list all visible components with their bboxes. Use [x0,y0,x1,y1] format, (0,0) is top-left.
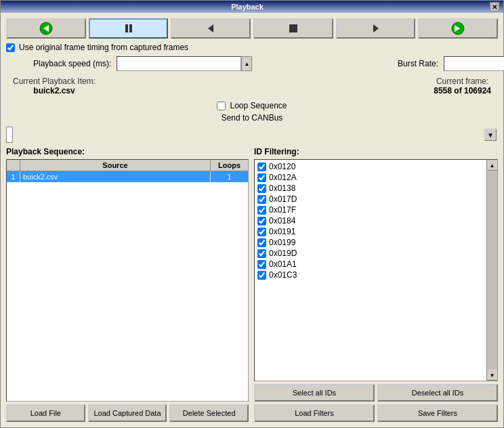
scroll-track [488,171,497,369]
seq-loops-header: Loops [211,160,248,171]
delete-selected-button[interactable]: Delete Selected [169,404,249,422]
scroll-down-btn[interactable]: ▼ [487,370,498,381]
stop-button[interactable] [253,18,333,39]
loop-checkbox-row: Loop Sequence [217,101,287,110]
load-filters-button[interactable]: Load Filters [254,404,375,422]
filter-id-checkbox[interactable] [257,163,266,171]
filter-id-checkbox[interactable] [257,206,266,215]
dropdown-arrow-icon[interactable]: ▼ [484,129,497,141]
speed-burst-row: Playback speed (ms): 5 ▲ Burst Rate: 1 ▲ [6,56,498,71]
current-item-group: Current Playback Item: buick2.csv [13,77,96,95]
filter-id-label: 0x012A [269,173,297,182]
filter-id-checkbox[interactable] [257,184,266,193]
list-item: 0x017D [256,194,485,205]
burst-spinbox-container: 1 ▲ [444,56,498,71]
speed-input[interactable]: 5 [117,56,241,71]
loop-label: Loop Sequence [230,101,287,110]
filter-id-checkbox[interactable] [257,271,266,280]
list-item: 0x017F [256,205,485,215]
seq-row-num: 1 [7,171,20,182]
list-item: 0x01A1 [256,259,485,270]
filter-id-label: 0x0191 [269,227,295,236]
filter-id-checkbox[interactable] [257,195,266,204]
speed-up-btn[interactable]: ▲ [241,56,252,71]
burst-input[interactable]: 1 [444,56,504,71]
filter-id-checkbox[interactable] [257,249,266,258]
sequence-label: Playback Sequence: [6,147,249,156]
list-item: 0x0120 [256,161,485,172]
svg-rect-3 [129,24,132,33]
filter-buttons: Select all IDs Deselect all IDs Load Fil… [254,384,498,422]
sequence-panel: Playback Sequence: Source Loops 1 buick2… [6,147,249,422]
list-item: 0x019D [256,248,485,259]
canbus-dropdown-wrapper: ▼ [6,127,498,143]
select-all-ids-button[interactable]: Select all IDs [254,384,375,402]
transport-row [6,18,498,39]
burst-group: Burst Rate: 1 ▲ [276,56,498,71]
speed-label: Playback speed (ms): [33,59,111,68]
filter-id-label: 0x019D [269,249,297,258]
filter-id-checkbox[interactable] [257,228,266,236]
list-item: 0x0191 [256,226,485,237]
seq-source-header: Source [20,160,211,171]
svg-marker-6 [373,24,379,33]
load-file-button[interactable]: Load File [6,404,85,422]
canbus-dropdown[interactable] [6,127,13,143]
seq-num-header [7,160,20,171]
playback-info-row: Current Playback Item: buick2.csv Curren… [6,75,498,97]
fast-forward-button[interactable] [418,18,498,39]
deselect-all-ids-button[interactable]: Deselect all IDs [377,384,498,402]
filter-list-container: 0x01200x012A0x01380x017D0x017F0x01840x01… [254,159,498,381]
timing-checkbox-row: Use original frame timing from captured … [6,43,498,52]
list-item: 0x0138 [256,183,485,194]
filter-id-label: 0x0184 [269,216,295,226]
list-item: 0x01C3 [256,270,485,280]
list-item: 0x012A [256,172,485,183]
scroll-up-btn[interactable]: ▲ [487,160,498,171]
timing-label: Use original frame timing from captured … [19,43,188,52]
pause-button[interactable] [89,18,169,39]
list-item: 0x0184 [256,215,485,226]
current-frame-label: Current frame: [436,77,488,86]
filter-id-label: 0x0138 [269,184,295,193]
save-filters-button[interactable]: Save Filters [377,404,498,422]
svg-rect-2 [125,24,128,33]
filter-id-checkbox[interactable] [257,173,266,182]
current-item-value: buick2.csv [33,86,75,95]
filter-id-checkbox[interactable] [257,217,266,226]
current-item-label: Current Playback Item: [13,77,96,86]
filter-label: ID Filtering: [254,147,498,156]
burst-label: Burst Rate: [398,59,438,68]
filter-id-label: 0x0199 [269,238,295,247]
filter-id-label: 0x0120 [269,162,295,171]
current-frame-value: 8558 of 106924 [434,86,491,95]
sequence-buttons: Load File Load Captured Data Delete Sele… [6,404,249,422]
seq-row-loops: 1 [211,171,248,182]
filter-id-checkbox[interactable] [257,238,266,247]
step-forward-button[interactable] [336,18,416,39]
close-button[interactable]: ✕ [490,2,499,12]
filter-id-checkbox[interactable] [257,260,266,269]
loop-send-row: Loop Sequence Send to CANBus [6,101,498,123]
filter-id-label: 0x01C3 [269,270,297,280]
main-bottom: Playback Sequence: Source Loops 1 buick2… [6,147,498,422]
filter-panel: ID Filtering: 0x01200x012A0x01380x017D0x… [254,147,498,422]
main-content: Use original frame timing from captured … [1,13,503,427]
step-back-button[interactable] [171,18,251,39]
seq-row-source: buick2.csv [20,171,211,182]
table-row[interactable]: 1 buick2.csv 1 [7,171,248,182]
send-to-label: Send to CANBus [222,113,283,123]
list-item: 0x0199 [256,237,485,248]
load-captured-button[interactable]: Load Captured Data [88,404,167,422]
loop-checkbox[interactable] [217,102,226,110]
current-frame-group: Current frame: 8558 of 106924 [434,77,491,95]
sequence-table: Source Loops 1 buick2.csv 1 [6,159,249,402]
playback-window: Playback ✕ [0,0,504,428]
window-title: Playback [5,3,490,11]
filter-scrollbar: ▲ ▼ [486,160,497,381]
canbus-dropdown-row: ▼ [6,127,498,143]
seq-header-row: Source Loops [7,160,248,171]
speed-spinbox-container: 5 ▲ [117,56,252,71]
timing-checkbox[interactable] [6,43,15,52]
rewind-button[interactable] [6,18,86,39]
